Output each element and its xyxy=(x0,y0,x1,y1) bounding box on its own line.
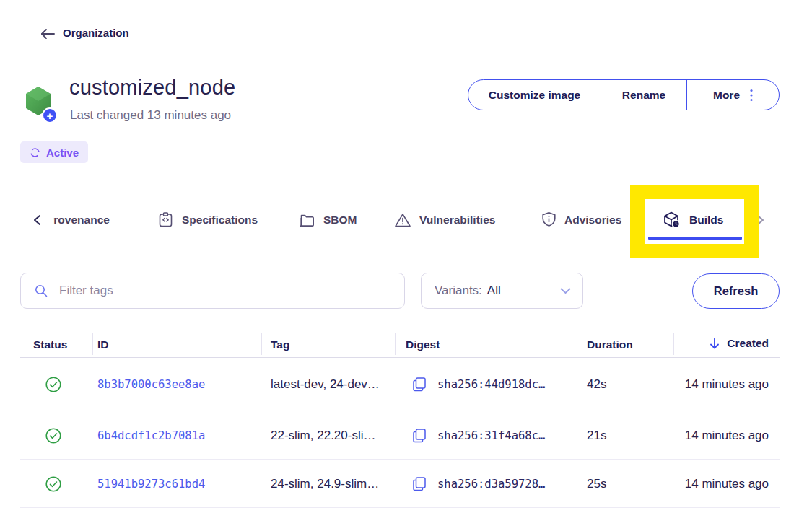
column-header-created[interactable]: Created xyxy=(709,337,769,350)
table-row[interactable]: 6b4dcdf1c2b7081a 22-slim, 22.20-sli… sha… xyxy=(0,411,812,460)
success-check-icon xyxy=(45,377,61,392)
build-digest: sha256:31f4a68c… xyxy=(437,429,545,442)
tab-advisories-label: Advisories xyxy=(564,214,621,227)
tab-specifications-label: Specifications xyxy=(182,214,258,227)
column-divider xyxy=(261,333,262,355)
status-badge: Active xyxy=(20,141,88,163)
build-duration: 21s xyxy=(587,429,606,443)
more-button[interactable]: More xyxy=(686,80,779,110)
table-row[interactable]: 8b3b7000c63ee8ae latest-dev, 24-dev… sha… xyxy=(0,358,812,411)
build-id-link[interactable]: 8b3b7000c63ee8ae xyxy=(97,378,205,391)
last-changed-text: Last changed 13 minutes ago xyxy=(70,108,231,123)
tab-sbom[interactable]: SBOM xyxy=(298,200,357,240)
tab-provenance-label: Provenance xyxy=(53,214,110,227)
back-arrow-icon[interactable] xyxy=(40,28,56,40)
customize-image-button[interactable]: Customize image xyxy=(468,80,601,110)
build-digest: sha256:44d918dc… xyxy=(437,378,545,391)
tab-advisories[interactable]: Advisories xyxy=(541,200,621,240)
column-header-created-label: Created xyxy=(727,337,769,350)
build-id-link[interactable]: 51941b9273c61bd4 xyxy=(97,478,205,491)
build-tags: 22-slim, 22.20-sli… xyxy=(271,429,376,443)
variants-label: Variants: xyxy=(435,284,482,298)
variants-dropdown[interactable]: Variants: All xyxy=(421,273,583,309)
search-icon xyxy=(34,284,48,298)
build-tags: 24-slim, 24.9-slim… xyxy=(271,477,379,491)
column-divider xyxy=(395,333,396,355)
build-duration: 42s xyxy=(587,377,606,392)
chevron-down-icon xyxy=(560,288,571,294)
variants-value: All xyxy=(487,284,501,298)
copy-digest-icon[interactable] xyxy=(411,376,427,393)
chevron-left-icon xyxy=(33,214,41,226)
sync-icon xyxy=(30,147,40,158)
tab-bar: Provenance Specifications SBOM xyxy=(20,200,780,240)
tab-builds-label: Builds xyxy=(689,214,723,227)
kebab-menu-icon xyxy=(750,89,753,102)
build-duration: 25s xyxy=(587,477,606,491)
clipboard-code-icon xyxy=(157,211,174,228)
tab-builds[interactable]: Builds xyxy=(663,200,723,240)
tab-provenance[interactable]: Provenance xyxy=(53,200,127,240)
more-button-label: More xyxy=(713,89,740,102)
copy-digest-icon[interactable] xyxy=(411,427,427,444)
breadcrumb-organization[interactable]: Organization xyxy=(63,27,129,39)
table-row[interactable]: 51941b9273c61bd4 24-slim, 24.9-slim… sha… xyxy=(0,460,812,508)
build-created: 14 minutes ago xyxy=(685,429,769,443)
active-tab-underline xyxy=(648,237,742,240)
chevron-right-icon xyxy=(756,214,764,226)
page-title: customized_node xyxy=(69,76,235,100)
folder-icon xyxy=(298,212,315,228)
column-header-duration: Duration xyxy=(587,338,633,351)
rename-button[interactable]: Rename xyxy=(601,80,686,110)
build-created: 14 minutes ago xyxy=(685,477,769,491)
filter-tags-searchbox xyxy=(20,273,405,309)
build-digest: sha256:d3a59728… xyxy=(437,478,545,491)
row-divider xyxy=(20,507,780,508)
build-tags: latest-dev, 24-dev… xyxy=(271,377,380,392)
build-created: 14 minutes ago xyxy=(685,377,769,392)
tab-sbom-label: SBOM xyxy=(323,214,357,227)
image-logo: + xyxy=(25,86,57,125)
filter-tags-input[interactable] xyxy=(58,283,378,299)
column-divider xyxy=(673,333,674,355)
status-badge-label: Active xyxy=(46,146,79,159)
tab-vulnerabilities[interactable]: Vulnerabilities xyxy=(394,200,495,240)
tabs-scroll-left[interactable] xyxy=(33,200,41,240)
action-button-group: Customize image Rename More xyxy=(468,79,780,110)
sort-desc-arrow-icon xyxy=(709,337,720,350)
tab-specifications[interactable]: Specifications xyxy=(157,200,258,240)
copy-digest-icon[interactable] xyxy=(411,475,427,493)
warning-triangle-icon xyxy=(394,212,411,228)
success-check-icon xyxy=(45,476,61,492)
tab-provenance-clip: Provenance xyxy=(53,200,127,240)
column-divider xyxy=(92,333,93,355)
column-header-status: Status xyxy=(33,338,67,351)
shield-info-icon xyxy=(541,211,556,228)
plus-badge-icon: + xyxy=(42,107,58,123)
column-header-id: ID xyxy=(97,338,109,351)
column-header-digest: Digest xyxy=(406,338,440,351)
tab-vulnerabilities-label: Vulnerabilities xyxy=(419,214,495,227)
refresh-button[interactable]: Refresh xyxy=(692,273,780,309)
build-id-link[interactable]: 6b4dcdf1c2b7081a xyxy=(97,429,205,442)
column-header-tag: Tag xyxy=(271,338,289,351)
success-check-icon xyxy=(45,428,61,444)
tabs-scroll-right[interactable] xyxy=(756,200,764,240)
cube-clock-icon xyxy=(663,211,681,229)
column-divider xyxy=(577,333,577,355)
builds-page: Organization + customized_node Last chan… xyxy=(0,0,812,518)
